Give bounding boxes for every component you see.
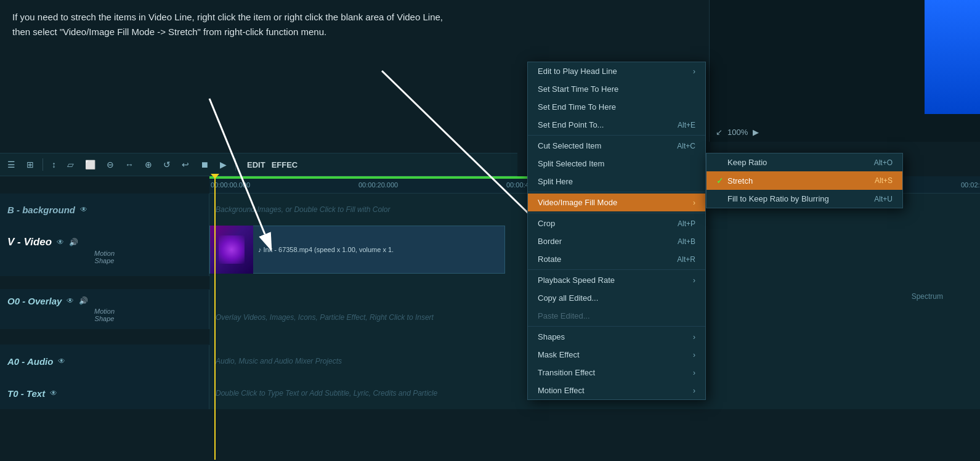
ctx-shortcut-cut: Alt+C — [677, 142, 695, 150]
clip-filename: Ink - 67358.mp4 (speed x 1.00, volume x … — [264, 246, 394, 253]
submenu-fill-blur-label: Fill to Keep Ratio by Blurring — [716, 194, 829, 203]
toolbar-undo-icon[interactable]: ↩ — [179, 158, 192, 171]
submenu-shortcut-keep-ratio: Alt+O — [874, 158, 893, 167]
toolbar-plus-icon[interactable]: ⊕ — [142, 158, 155, 171]
toolbar-up-icon[interactable]: ↕ — [49, 158, 59, 171]
toolbar-play-icon[interactable]: ▶ — [217, 158, 229, 171]
ctx-copy-edited[interactable]: Copy all Edited... — [528, 289, 705, 307]
track-placeholder-background: Background Images, or Double Click to Fi… — [216, 205, 390, 214]
ctx-label-rotate: Rotate — [538, 255, 561, 264]
toolbar-minus-icon[interactable]: ⊖ — [104, 158, 116, 171]
toolbar-edit-label[interactable]: EDIT — [247, 160, 265, 169]
ctx-label-split-here: Split Here — [538, 177, 573, 186]
submenu-shortcut-stretch: Alt+S — [875, 176, 893, 185]
preview-controls: ↙ 100% ▶ — [716, 128, 759, 137]
track-label-overlay: O0 - Overlay 👁 🔊 MotionShape — [0, 290, 209, 329]
ctx-transition-effect[interactable]: Transition Effect › — [528, 364, 705, 381]
ctx-motion-effect[interactable]: Motion Effect › — [528, 381, 705, 399]
track-overlay: O0 - Overlay 👁 🔊 MotionShape Overlay Vid… — [0, 290, 980, 345]
ctx-split-here[interactable]: Split Here — [528, 173, 705, 190]
toolbar-trim-icon[interactable]: ↺ — [161, 158, 173, 171]
ctx-set-end-point[interactable]: Set End Point To... Alt+E — [528, 116, 705, 134]
ctx-edit-play-head[interactable]: Edit to Play Head Line › — [528, 62, 705, 80]
ctx-label-transition-effect: Transition Effect — [538, 368, 595, 377]
ctx-arrow-edit-play-head: › — [693, 67, 695, 76]
track-audio: A0 - Audio 👁 Audio, Music and Audio Mixe… — [0, 345, 980, 377]
ctx-label-crop: Crop — [538, 219, 555, 228]
ctx-rotate[interactable]: Rotate Alt+R — [528, 250, 705, 268]
track-label-text: T0 - Text 👁 — [0, 377, 209, 409]
ctx-label-mask-effect: Mask Effect — [538, 350, 580, 359]
ctx-shapes[interactable]: Shapes › — [528, 328, 705, 346]
track-placeholder-audio: Audio, Music and Audio Mixer Projects — [216, 357, 342, 365]
submenu-stretch-label: ✓ Stretch — [716, 176, 753, 186]
track-video: V - Video 👁 🔊 MotionShape ♪ Ink - 67358.… — [0, 226, 980, 290]
ctx-cut-selected[interactable]: Cut Selected Item Alt+C — [528, 137, 705, 155]
track-eye-audio[interactable]: 👁 — [58, 357, 65, 365]
check-stretch: ✓ — [716, 176, 724, 186]
track-placeholder-overlay: Overlay Videos, Images, Icons, Particle … — [216, 313, 434, 322]
track-label-audio: A0 - Audio 👁 — [0, 345, 209, 377]
ctx-set-start[interactable]: Set Start Time To Here — [528, 80, 705, 98]
submenu-keep-ratio[interactable]: Keep Ratio Alt+O — [707, 153, 902, 171]
motion-shape-video: MotionShape — [7, 248, 201, 266]
ctx-border[interactable]: Border Alt+B — [528, 232, 705, 250]
ctx-arrow-motion-effect: › — [693, 386, 695, 395]
tracks-container: B - background 👁 Background Images, or D… — [0, 194, 980, 461]
ctx-label-set-end-point: Set End Point To... — [538, 120, 604, 129]
video-clip-label: ♪ Ink - 67358.mp4 (speed x 1.00, volume … — [253, 242, 399, 257]
audio-icon: ♪ — [258, 246, 264, 253]
track-eye-background[interactable]: 👁 — [80, 205, 87, 214]
ctx-label-edit-play-head: Edit to Play Head Line — [538, 67, 617, 76]
submenu-fill-blur[interactable]: Fill to Keep Ratio by Blurring Alt+U — [707, 190, 902, 208]
context-menu: Edit to Play Head Line › Set Start Time … — [527, 62, 706, 400]
ctx-sep3 — [528, 213, 705, 213]
zoom-level: 100% — [727, 128, 748, 137]
submenu-fill-mode: Keep Ratio Alt+O ✓ Stretch Alt+S Fill to… — [706, 153, 903, 208]
ctx-label-motion-effect: Motion Effect — [538, 386, 585, 395]
submenu-stretch[interactable]: ✓ Stretch Alt+S — [707, 171, 902, 190]
toolbar-split-icon[interactable]: ⬜ — [83, 158, 98, 171]
ctx-label-border: Border — [538, 237, 562, 246]
toolbar-list-icon[interactable]: ☰ — [5, 158, 18, 171]
track-eye-overlay[interactable]: 👁 — [67, 296, 74, 305]
video-clip[interactable]: ♪ Ink - 67358.mp4 (speed x 1.00, volume … — [209, 226, 505, 274]
submenu-keep-ratio-label: Keep Ratio — [716, 158, 767, 167]
toolbar-frame-icon[interactable]: ▱ — [65, 158, 76, 171]
ctx-arrow-mask-effect: › — [693, 351, 695, 359]
playhead[interactable] — [214, 176, 216, 460]
ctx-label-set-end: Set End Time To Here — [538, 102, 616, 112]
ctx-playback-speed[interactable]: Playback Speed Rate › — [528, 271, 705, 289]
ctx-fill-mode[interactable]: Video/Image Fill Mode › — [528, 194, 705, 211]
ctx-label-playback-speed: Playback Speed Rate — [538, 275, 615, 285]
track-audio-video[interactable]: 🔊 — [69, 238, 78, 247]
ctx-crop[interactable]: Crop Alt+P — [528, 214, 705, 232]
toolbar-stretch-icon[interactable]: ↔ — [123, 158, 136, 171]
ctx-sep5 — [528, 326, 705, 327]
track-audio-overlay[interactable]: 🔊 — [79, 296, 88, 305]
ctx-shortcut-set-end-point: Alt+E — [678, 121, 695, 129]
ctx-split-selected[interactable]: Split Selected Item — [528, 155, 705, 173]
ctx-shortcut-rotate: Alt+R — [677, 255, 695, 264]
track-eye-text[interactable]: 👁 — [50, 389, 57, 398]
instruction-banner: If you need to strech the items in Video… — [0, 0, 708, 49]
toolbar-grid-icon[interactable]: ⊞ — [24, 158, 36, 171]
track-title-background: B - background — [7, 205, 75, 215]
toolbar-stop-icon[interactable]: ⏹ — [198, 158, 211, 171]
ctx-sep2 — [528, 192, 705, 192]
toolbar-sep1 — [43, 158, 43, 171]
track-title-text: T0 - Text — [7, 388, 45, 399]
toolbar-effect-label[interactable]: EFFEC — [272, 160, 298, 169]
zoom-icon: ↙ — [716, 128, 723, 137]
track-eye-video[interactable]: 👁 — [57, 238, 64, 247]
track-label-background: B - background 👁 — [0, 194, 209, 226]
ctx-paste-edited: Paste Edited... — [528, 307, 705, 325]
ctx-mask-effect[interactable]: Mask Effect › — [528, 346, 705, 364]
preview-blue-block — [925, 0, 980, 114]
toolbar: ☰ ⊞ ↕ ▱ ⬜ ⊖ ↔ ⊕ ↺ ↩ ⏹ ▶ EDIT EFFEC — [0, 153, 517, 176]
ruler-mark-5: 00:02: — [961, 181, 980, 189]
ctx-label-set-start: Set Start Time To Here — [538, 84, 618, 94]
track-placeholder-text: Double Click to Type Text or Add Subtitl… — [216, 389, 437, 398]
play-icon[interactable]: ▶ — [753, 128, 759, 137]
ctx-set-end[interactable]: Set End Time To Here — [528, 98, 705, 116]
